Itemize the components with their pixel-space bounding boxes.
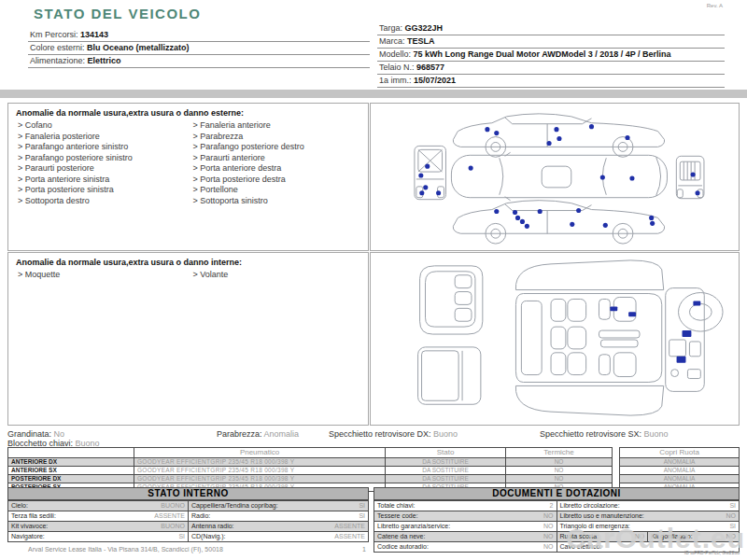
col-pneumatico: Pneumatico [134,448,386,458]
col-stato: Stato [386,448,506,458]
list-item: Parafango posteriore sinistro [18,153,193,164]
exterior-damage-diagram-panel [370,103,740,251]
list-item: Porta posteriore sinistra [18,185,193,196]
tyres-section: Pneumatico Stato Termiche ANTERIORE DX G… [7,447,740,492]
info-value: 134143 [80,30,108,39]
damage-markers [418,124,699,229]
list-item: Porta anteriore destra [193,163,369,175]
field-label: Kit vivavoce: [11,522,48,531]
info-row-immatricolazione: 1a imm.: 15/07/2021 [377,75,725,88]
list-item: Moquette [18,270,193,281]
field-label: Antenna radio: [191,522,234,531]
info-row-targa: Targa: GG322JH [377,22,725,35]
tyre-position: ANTERIORE SX [8,467,134,475]
info-value: 75 kWh Long Range Dual Motor AWDModel 3 … [414,49,671,59]
summary-label: Specchietto retrovisore DX: [329,429,431,439]
field-value: BUONO [161,522,185,531]
summary-value: Anomalia [264,429,300,439]
vehicle-info-right: Targa: GG322JH Marca: TESLA Modello: 75 … [377,22,725,88]
side-view-right [453,201,664,244]
stato-interno-table: Cielo:BUONO Cappelliera/Tendina copribag… [7,500,369,542]
list-item: Portellone [193,185,369,196]
documenti-heading: DOCUMENTI E DOTAZIONI [374,487,740,500]
interior-anomalies-col2: Volante [193,270,369,281]
info-value: 968577 [416,63,444,72]
field-label: Cielo: [11,501,28,511]
stato-interno-heading: STATO INTERNO [7,487,369,500]
field-label: Codice autoradio: [377,542,429,552]
info-value: Elettrico [88,56,121,65]
summary-label: Parabrezza: [217,429,262,439]
tyre-spec: GOODYEAR EFFICIENTGRIP 235/45 R18 000/39… [134,475,386,483]
trunk-view [420,266,483,334]
wheel-cover-status: ANOMALIA [620,467,740,475]
table-row: Tessere code:NO Libretto uso e manutenzi… [374,511,740,522]
info-label: Km Percorsi: [30,30,78,39]
page-title: STATO DEL VEICOLO [34,6,201,21]
tyres-header-row: Pneumatico Stato Termiche [8,448,613,458]
field-value: SI [729,501,736,511]
interior-anomalies-panel: Anomalie da normale usura,extra usura o … [7,252,369,426]
field-value: SI [359,511,365,521]
tyre-position: POSTERIORE DX [8,475,134,483]
parcel-shelf-view [418,347,481,404]
info-value: TESLA [407,36,435,46]
info-row-modello: Modello: 75 kWh Long Range Dual Motor AW… [377,49,725,62]
tyre-winter: NO [506,467,613,475]
field-value: ASSENTE [334,532,365,541]
page-number: 1 [362,546,366,553]
tyres-header-row: Copri Ruota [620,448,740,458]
list-item: Porta anteriore sinistra [18,175,193,186]
summary-value: Buono [433,429,458,439]
tyre-position: ANTERIORE DX [8,458,134,467]
tyre-spec: GOODYEAR EFFICIENTGRIP 235/45 R18 000/39… [134,458,386,467]
summary-label: Grandinata: [7,429,51,439]
field-label: Cappelliera/Tendina copribag: [191,501,278,511]
info-value: GG322JH [405,23,444,33]
summary-specchietto-sx: Specchietto retrovisore SX: Buono [540,429,669,439]
field-label: Navigatore: [11,532,45,541]
summary-specchietto-dx: Specchietto retrovisore DX: Buono [329,429,458,439]
field-value: ASSENTE [334,522,365,531]
field-label: Radio: [191,511,210,521]
info-label: Alimentazione: [30,56,85,65]
exterior-anomalies-col1: Cofano Fanaleria posteriore Parafango an… [18,120,193,206]
damage-markers [610,301,700,362]
field-value: 2 [550,501,554,511]
list-item: Volante [193,270,369,281]
tyre-winter: NO [506,458,613,467]
info-label: 1a imm.: [379,76,412,85]
tyre-winter: NO [506,475,613,483]
list-item: Fanaleria anteriore [193,120,369,132]
list-item: Paraurti posteriore [18,163,193,175]
list-item: Parafango anteriore sinistro [18,142,193,153]
field-label: Tessere code: [377,511,418,521]
table-row: Kit vivavoce:BUONO Antenna radio:ASSENTE [8,522,369,532]
tyre-status: DA SOSTITUIRE [386,475,506,483]
summary-value: Buono [644,429,669,439]
field-value: NO [543,532,554,541]
field-label: Libretto uso e manutenzione: [560,511,644,521]
col-termiche: Termiche [506,448,613,458]
field-value: SI [178,532,185,541]
info-label: Marca: [379,36,405,46]
tyre-status: DA SOSTITUIRE [386,458,506,467]
table-row: ANOMALIA [620,458,740,467]
field-value: BUONO [161,501,185,511]
wheel-cover-table: Copri Ruota ANOMALIA ANOMALIA ANOMALIA A… [619,447,740,492]
field-label: Catene da neve: [377,532,425,541]
field-value: NO [543,522,554,531]
section-divider [0,90,747,98]
field-value: SI [359,501,365,511]
info-label: Modello: [379,49,411,59]
info-value: 15/07/2021 [414,76,456,85]
footer-company: Arval Service Lease Italia - Via Pisana … [28,546,223,553]
exterior-anomalies-heading: Anomalie da normale usura,extra usura o … [8,104,368,120]
tyre-spec: GOODYEAR EFFICIENTGRIP 235/45 R18 000/39… [134,467,386,475]
table-row: POSTERIORE DX GOODYEAR EFFICIENTGRIP 235… [8,475,613,483]
interior-anomalies-heading: Anomalie da normale usura,extra usura o … [8,253,368,270]
table-row: Cielo:BUONO Cappelliera/Tendina copribag… [8,501,369,511]
info-row-km: Km Percorsi: 134143 [28,29,370,42]
table-row: Terza fila sedili:ASSENTE Radio:SI [8,511,369,522]
front-view [676,156,704,198]
